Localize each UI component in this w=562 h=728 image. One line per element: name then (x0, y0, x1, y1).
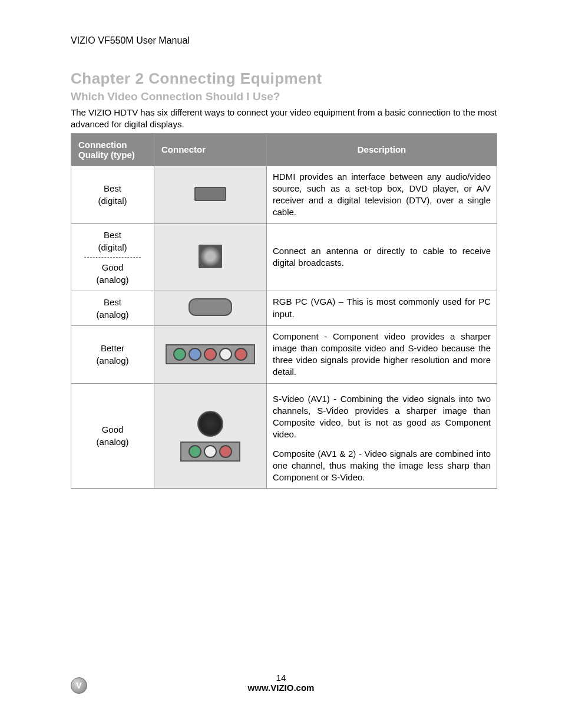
description-cell: S-Video (AV1) - Combining the video sign… (267, 383, 497, 489)
quality-type: (analog) (96, 437, 128, 447)
table-header-row: Connection Quality (type) Connector Desc… (71, 133, 497, 166)
intro-paragraph: The VIZIO HDTV has six different ways to… (71, 107, 497, 131)
col-header-connector: Connector (154, 133, 267, 166)
quality-cell: Best (analog) (71, 291, 154, 325)
description-cell: Connect an antenna or directly to cable … (267, 223, 497, 291)
connector-cell (154, 223, 267, 291)
connector-cell (154, 291, 267, 325)
jack-icon (189, 348, 201, 361)
quality-cell: Best (digital) (71, 166, 154, 223)
quality-type: (analog) (96, 309, 128, 319)
section-subheading: Which Video Connection Should I Use? (71, 90, 497, 103)
chapter-title: Chapter 2 Connecting Equipment (71, 70, 497, 88)
jack-icon (204, 348, 217, 361)
quality-type: (digital) (98, 242, 127, 252)
col-header-description: Description (267, 133, 497, 166)
quality-type: (analog) (96, 275, 128, 285)
jack-icon (219, 445, 232, 458)
table-row: Best (digital) Good (analog) Connect an … (71, 223, 497, 291)
table-row: Better (analog) Component - Component vi… (71, 325, 497, 383)
quality-type: (analog) (96, 355, 128, 365)
quality-label: Good (102, 262, 124, 272)
footer-url: www.VIZIO.com (248, 683, 315, 693)
quality-cell: Best (digital) Good (analog) (71, 223, 154, 291)
quality-label: Best (104, 297, 121, 307)
table-row: Best (digital) HDMI provides an interfac… (71, 166, 497, 223)
dashed-separator (84, 257, 141, 258)
connector-cell (154, 383, 267, 489)
connection-table: Connection Quality (type) Connector Desc… (71, 133, 497, 489)
description-cell: HDMI provides an interface between any a… (267, 166, 497, 223)
description-svideo: S-Video (AV1) - Combining the video sign… (273, 393, 491, 441)
coax-connector-icon (199, 245, 222, 268)
jack-icon (189, 445, 201, 458)
col-header-quality: Connection Quality (type) (71, 133, 154, 166)
page-header: VIZIO VF550M User Manual (71, 35, 497, 46)
manual-page: VIZIO VF550M User Manual Chapter 2 Conne… (0, 0, 562, 728)
page-number: 14 (0, 673, 562, 683)
table-row: Good (analog) S-Video (AV1) - Combining … (71, 383, 497, 489)
jack-icon (219, 348, 232, 361)
svideo-connector-icon (197, 411, 223, 437)
hdmi-connector-icon (194, 187, 226, 201)
jack-icon (234, 348, 247, 361)
description-composite: Composite (AV1 & 2) - Video signals are … (273, 448, 491, 484)
quality-cell: Good (analog) (71, 383, 154, 489)
connector-cell (154, 325, 267, 383)
quality-label: Best (104, 183, 121, 193)
jack-icon (173, 348, 186, 361)
quality-label: Good (102, 424, 124, 434)
jack-icon (204, 445, 217, 458)
quality-label: Better (101, 343, 124, 353)
description-cell: Component - Component video provides a s… (267, 325, 497, 383)
composite-connector-icon (180, 442, 240, 462)
description-cell: RGB PC (VGA) – This is most commonly use… (267, 291, 497, 325)
connector-cell (154, 166, 267, 223)
quality-type: (digital) (98, 196, 127, 206)
table-row: Best (analog) RGB PC (VGA) – This is mos… (71, 291, 497, 325)
quality-cell: Better (analog) (71, 325, 154, 383)
page-footer: 14 www.VIZIO.com (0, 673, 562, 693)
component-connector-icon (166, 344, 255, 364)
quality-label: Best (104, 230, 121, 240)
vga-connector-icon (189, 298, 232, 316)
